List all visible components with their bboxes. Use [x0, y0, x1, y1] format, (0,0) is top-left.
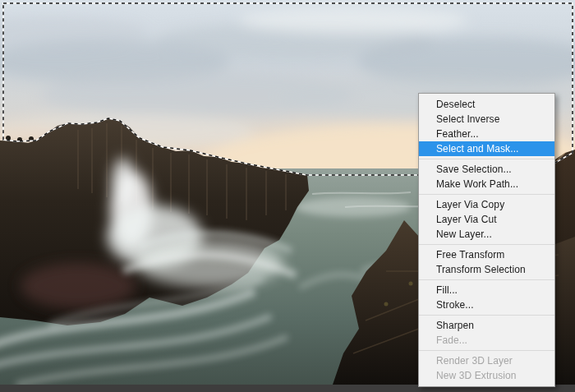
menu-separator — [419, 315, 554, 316]
menu-item-fade: Fade... — [419, 333, 554, 348]
menu-separator — [419, 350, 554, 351]
menu-item-layer-via-cut[interactable]: Layer Via Cut — [419, 212, 554, 227]
menu-item-transform-selection[interactable]: Transform Selection — [419, 262, 554, 277]
menu-item-deselect[interactable]: Deselect — [419, 97, 554, 112]
menu-item-render-3d-layer: Render 3D Layer — [419, 353, 554, 368]
menu-item-feather[interactable]: Feather... — [419, 127, 554, 141]
menu-item-select-and-mask[interactable]: Select and Mask... — [419, 141, 554, 156]
menu-item-new-layer[interactable]: New Layer... — [419, 227, 554, 242]
menu-item-select-inverse[interactable]: Select Inverse — [419, 112, 554, 127]
menu-separator — [419, 194, 554, 195]
menu-item-make-work-path[interactable]: Make Work Path... — [419, 177, 554, 191]
menu-item-save-selection[interactable]: Save Selection... — [419, 162, 554, 177]
menu-separator — [419, 159, 554, 159]
menu-item-free-transform[interactable]: Free Transform — [419, 247, 554, 262]
menu-separator — [419, 244, 554, 245]
menu-item-new-3d-extrusion: New 3D Extrusion — [419, 368, 554, 383]
menu-item-sharpen[interactable]: Sharpen — [419, 318, 554, 333]
menu-separator — [419, 279, 554, 280]
menu-item-layer-via-copy[interactable]: Layer Via Copy — [419, 197, 554, 212]
menu-item-fill[interactable]: Fill... — [419, 283, 554, 297]
context-menu: DeselectSelect InverseFeather...Select a… — [418, 93, 555, 387]
menu-item-stroke[interactable]: Stroke... — [419, 297, 554, 312]
